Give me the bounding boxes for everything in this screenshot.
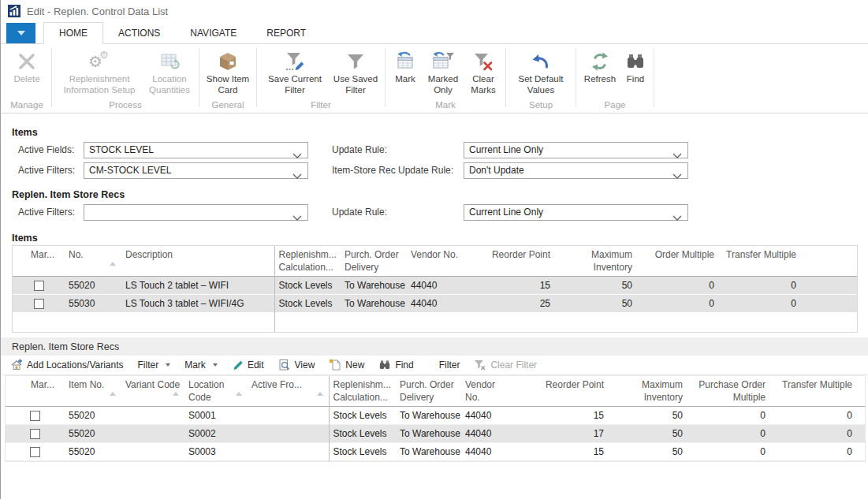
row-checkbox[interactable] [30, 411, 40, 421]
ribbon-group-divider [51, 48, 52, 107]
chevron-down-icon [672, 210, 682, 225]
save-current-filter-button[interactable]: Save Current Filter [260, 46, 330, 95]
show-item-card-button[interactable]: Show Item Card [203, 46, 253, 95]
item-store-rec-update-rule-select[interactable]: Don't Update [464, 162, 688, 179]
use-saved-filter-button[interactable]: Use Saved Filter [330, 46, 382, 95]
mark-table-filter-icon [431, 48, 455, 74]
ribbon-group-divider [385, 48, 386, 107]
mark-button[interactable]: Mark [389, 46, 422, 85]
items-grid-title: Items [12, 233, 38, 244]
column-header-variant-code[interactable]: Variant Code [121, 376, 184, 407]
column-header-location-code[interactable]: Location Code [184, 376, 248, 407]
table-row[interactable]: 55020 S0001 Stock Levels To Warehouse 44… [6, 407, 865, 425]
find-button-toolbar[interactable]: Find [378, 359, 413, 371]
column-header-vendor-no[interactable]: Vendor No. [407, 246, 467, 277]
replenishment-information-setup-button: ⚙⚙ Replenishment Information Setup [55, 46, 143, 95]
column-header-replenish-calculation[interactable]: Replenishm... Calculation... [329, 376, 396, 407]
undo-arrow-icon [531, 48, 551, 74]
ribbon-group-divider [199, 48, 199, 107]
tab-report[interactable]: REPORT [251, 23, 321, 43]
ribbon-group-manage: Delete Manage [3, 44, 50, 113]
column-header-order-multiple[interactable]: Order Multiple [637, 246, 719, 277]
row-checkbox[interactable] [30, 429, 40, 439]
table-row[interactable]: 55020 LS Touch 2 tablet – WIFI Stock Lev… [13, 277, 857, 295]
column-header-item-no[interactable]: Item No. [65, 376, 121, 407]
ribbon-group-divider [576, 48, 576, 107]
view-document-icon [278, 359, 291, 371]
update-rule-select[interactable]: Current Line Only [464, 142, 688, 158]
column-header-no[interactable]: No. [65, 246, 121, 277]
marked-only-button[interactable]: Marked Only [422, 46, 464, 95]
column-header-maximum-inventory[interactable]: Maximum Inventory [609, 376, 687, 407]
ribbon-group-filter: Save Current Filter Use Saved Filter Fil… [258, 44, 384, 113]
column-header-transfer-multiple[interactable]: Transfer Multiple [719, 246, 801, 277]
view-button[interactable]: View [278, 359, 315, 371]
sort-ascending-icon [236, 392, 242, 396]
column-header-purchase-order-multiple[interactable]: Purchase Order Multiple [687, 376, 770, 407]
filter-clear-icon [473, 48, 494, 74]
gears-icon: ⚙⚙ [88, 48, 111, 74]
column-header-mark[interactable]: Mar... [13, 246, 65, 277]
pencil-icon [232, 359, 244, 371]
ribbon-group-label: Mark [389, 100, 502, 113]
table-row[interactable]: 55030 LS Touch 3 tablet – WIFI/4G Stock … [13, 295, 857, 313]
column-header-purch-order-delivery[interactable]: Purch. Order Delivery [341, 246, 407, 277]
delete-button: Delete [6, 46, 48, 85]
add-locations-variants-button[interactable]: Add Locations/Variants [10, 359, 124, 371]
ribbon-tab-strip: HOME ACTIONS NAVIGATE REPORT [1, 22, 868, 44]
clear-marks-button[interactable]: Clear Marks [464, 46, 502, 95]
ribbon-group-divider [505, 48, 506, 107]
column-header-reorder-point[interactable]: Reorder Point [512, 376, 609, 407]
add-location-icon [10, 359, 23, 371]
active-filters-select[interactable]: CM-STOCK LEVEL [84, 162, 308, 179]
column-header-active-from[interactable]: Active Fro... [248, 376, 329, 407]
row-checkbox[interactable] [34, 281, 44, 291]
store-recs-section-bar: Replen. Item Store Recs [1, 337, 868, 356]
chevron-down-icon [672, 169, 682, 184]
edit-button[interactable]: Edit [232, 359, 264, 371]
find-button[interactable]: Find [620, 46, 650, 85]
tab-home[interactable]: HOME [43, 22, 103, 44]
filter-button[interactable]: Filter [439, 359, 460, 371]
ribbon-group-page: Refresh Find Page [577, 44, 653, 113]
column-header-description[interactable]: Description [121, 246, 274, 277]
store-recs-toolbar: Add Locations/Variants Filter Mark Edit [1, 356, 868, 375]
column-header-purch-order-delivery[interactable]: Purch. Order Delivery [396, 376, 461, 407]
column-header-vendor-no[interactable]: Vendor No. [461, 376, 512, 407]
row-checkbox[interactable] [34, 299, 44, 309]
tab-actions[interactable]: ACTIONS [103, 23, 175, 43]
row-checkbox[interactable] [30, 447, 40, 457]
column-header-reorder-point[interactable]: Reorder Point [467, 246, 555, 277]
items-section-heading: Items [12, 127, 38, 138]
tab-navigate[interactable]: NAVIGATE [175, 23, 251, 43]
column-header-transfer-multiple[interactable]: Transfer Multiple [770, 376, 857, 407]
column-header-mark[interactable]: Mar... [6, 376, 65, 407]
refresh-icon [590, 48, 610, 74]
refresh-button[interactable]: Refresh [579, 46, 620, 85]
column-header-maximum-inventory[interactable]: Maximum Inventory [555, 246, 637, 277]
empty-row [13, 313, 857, 332]
application-menu-button[interactable] [6, 23, 35, 43]
active-fields-select[interactable]: STOCK LEVEL [84, 142, 308, 158]
ribbon-group-label: Setup [509, 100, 572, 113]
filter-dropdown-button[interactable]: Filter [138, 359, 171, 371]
store-update-rule-select[interactable]: Current Line Only [464, 204, 688, 221]
chevron-down-icon [213, 363, 218, 367]
column-header-replenish-calculation[interactable]: Replenishm... Calculation... [274, 246, 341, 277]
update-rule-label: Update Rule: [332, 142, 387, 158]
location-quantities-button: Location Quantities [143, 46, 196, 95]
set-default-values-button[interactable]: Set Default Values [509, 46, 572, 95]
chevron-down-icon [166, 363, 170, 367]
chevron-down-icon [292, 148, 302, 163]
table-row[interactable]: 55020 S0003 Stock Levels To Warehouse 44… [6, 443, 865, 461]
column-header-filler [857, 376, 865, 407]
new-button[interactable]: New [329, 359, 364, 371]
store-active-filters-select[interactable] [84, 204, 308, 221]
filter-clear-icon [474, 359, 486, 371]
sort-ascending-icon [317, 392, 323, 396]
ribbon-group-label: Page [579, 100, 650, 113]
ribbon-group-label: Filter [260, 100, 382, 113]
mark-dropdown-button[interactable]: Mark [184, 359, 218, 371]
table-row-selected[interactable]: 55020 S0002 Stock Levels To Warehouse 44… [6, 425, 865, 443]
app-logo-icon [8, 5, 20, 17]
